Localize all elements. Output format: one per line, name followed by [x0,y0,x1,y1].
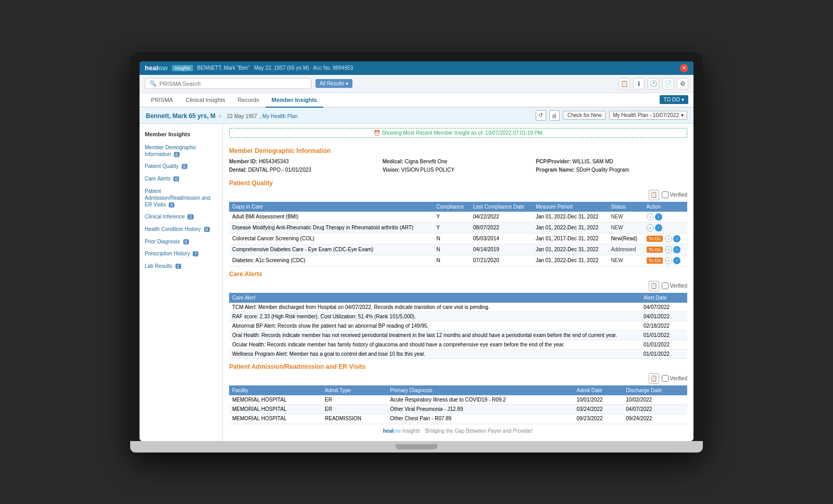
admissions-table: Facility Admit Type Primary Diagnosis Ad… [229,385,687,423]
toolbar-icons: 📋 ℹ 🕐 📄 ⚙ [619,78,688,89]
adm-verified: Verified [662,375,687,382]
action-info-btn[interactable]: i [655,224,662,231]
tab-prisma[interactable]: PRISMA [145,93,179,108]
demo-medical: Medical: Cigna Benefit One Vision: VISIO… [383,158,534,174]
action-minus-btn[interactable]: – [647,224,654,231]
care-alerts-table: Care Alert Alert Date TCM Alert: Member … [229,293,687,359]
laptop-notch [396,444,437,449]
action-info-btn[interactable]: i [673,246,680,253]
table-row: Wellness Program Alert: Member has a goa… [229,349,687,358]
col-primary-diagnosis: Primary Diagnosis [387,385,573,395]
sidebar: Member Insights Member Demographic Infor… [140,124,223,441]
sidebar-item-member-demographic[interactable]: Member Demographic Information 6 [140,141,222,161]
care-alerts-header-row: 📋 Verified [229,281,687,291]
patient-plan: My Health Plan [262,113,298,119]
health-plan-select[interactable]: My Health Plan - 10/07/2022 ▾ [609,111,687,120]
todo-badge[interactable]: To Do [647,257,663,264]
table-row: Ocular Health: Records indicate member h… [229,340,687,349]
care-alerts-title: Care Alerts [229,270,687,278]
patient-banner: Bennett, Mark 65 yrs, M ♂ 22 May 1957 , … [140,108,693,124]
banner-right: ↺ 🖨 Check for New My Health Plan - 10/07… [536,110,687,121]
sidebar-title: Member Insights [140,129,222,141]
table-row: RAF score: 2.33 (High Risk member). Cost… [229,312,687,321]
action-minus-btn[interactable]: – [647,213,654,221]
ca-verified-checkbox[interactable] [662,282,668,289]
sidebar-item-lab-results[interactable]: Lab Results 2 [140,260,222,273]
footer-insights: Insights [402,428,420,434]
pq-verified-checkbox[interactable] [662,191,668,198]
settings-icon[interactable]: ⚙ [677,78,688,89]
sidebar-item-admissions[interactable]: Patient Admission/Readmission and ER Vis… [140,185,222,211]
tabs-left: PRISMA Clinical Insights Records Member … [145,93,323,107]
table-row: Oral Health: Records indicate member has… [229,330,687,340]
healow-logo: healow [145,64,168,72]
admissions-title: Patient Admission/Readmission and ER Vis… [229,363,687,370]
search-icon: 🔍 [149,80,157,87]
action-info-btn[interactable]: i [673,235,680,242]
col-gaps-in-care: Gaps in Care [229,202,433,212]
header-left: healow insights BENNETT, Mark "Ben" May … [145,64,353,72]
todo-badge[interactable]: To Do [647,236,663,242]
table-row: MEMORIAL HOSPITAL ER Acute Respiratory I… [229,395,687,405]
all-results-button[interactable]: All Results ▾ [315,79,352,88]
tab-records[interactable]: Records [232,93,266,108]
sidebar-item-care-alerts[interactable]: Care Alerts 6 [140,173,222,185]
todo-button[interactable]: TO DO ▾ [660,95,688,104]
refresh-icon[interactable]: ↺ [536,110,546,121]
pq-verified: Verified [662,191,687,198]
action-info-btn[interactable]: i [655,213,662,221]
nav-tabs: PRISMA Clinical Insights Records Member … [140,93,693,108]
search-right: 📋 ℹ 🕐 📄 ⚙ [619,78,688,89]
ca-export-icon[interactable]: 📋 [649,281,659,291]
showing-banner: ⏰ Showing Most Recent Member Insight as … [229,128,687,138]
search-input-wrap: 🔍 [145,78,311,89]
app-footer: healow Insights 'Bridging the Gap Betwee… [229,424,687,437]
print-icon[interactable]: 🖨 [549,110,560,121]
table-row: TCM Alert: Member discharged from Hospit… [229,303,687,312]
sidebar-item-clinical-inference[interactable]: Clinical Inference 2 [140,211,222,223]
tab-clinical-insights[interactable]: Clinical Insights [179,93,231,108]
table-row: Disease Modifying Anti-Rheumatic Drug Th… [229,222,687,233]
app-header: healow insights BENNETT, Mark "Ben" May … [140,61,693,75]
close-button[interactable]: ✕ [680,64,688,72]
patient-quality-header-row: 📋 Verified [229,190,687,200]
patient-quality-table: Gaps in Care Compliance Last Compliance … [229,202,687,266]
patient-banner-info: Bennett, Mark 65 yrs, M ♂ 22 May 1957 , … [146,111,298,120]
col-facility: Facility [229,385,322,395]
sidebar-item-health-condition[interactable]: Health Condition History 8 [140,223,222,236]
footer-logo: healow [383,428,401,434]
document-icon[interactable]: 📄 [662,78,674,89]
col-discharge-date: Discharge Date [623,385,687,395]
patient-quality-title: Patient Quality [229,179,687,187]
clipboard-icon[interactable]: 📋 [619,78,630,89]
sidebar-item-patient-quality[interactable]: Patient Quality 5 [140,160,222,173]
search-input[interactable] [159,81,307,87]
main-content: Member Insights Member Demographic Infor… [140,124,693,441]
sidebar-item-prescription[interactable]: Prescription History 7 [140,248,222,260]
ca-verified: Verified [662,282,687,289]
col-status: Status [608,202,643,212]
info-icon[interactable]: ℹ [633,78,645,89]
action-minus-btn[interactable]: – [665,257,672,264]
action-minus-btn[interactable]: – [665,235,672,242]
action-info-btn[interactable]: i [673,257,680,264]
col-last-compliance-date: Last Compliance Date [470,202,533,212]
patient-info-header: BENNETT, Mark "Ben" May 22, 1957 (65 yo … [197,65,353,71]
pq-export-icon[interactable]: 📋 [649,190,659,200]
col-alert-date: Alert Date [640,293,687,303]
tab-member-insights[interactable]: Member Insights [266,93,323,108]
todo-badge[interactable]: To Do [647,247,663,253]
demo-pcp: PCP/Provider: WILLIS, SAM MD Program Nam… [536,158,687,174]
adm-export-icon[interactable]: 📋 [649,373,659,384]
history-icon[interactable]: 🕐 [648,78,659,89]
admissions-header-row: 📋 Verified [229,373,687,384]
adm-verified-checkbox[interactable] [662,375,668,382]
sidebar-item-prior-diagnosis[interactable]: Prior Diagnosis 9 [140,236,222,248]
check-for-new-button[interactable]: Check for New [563,111,607,120]
insights-badge: insights [172,65,193,71]
table-row: Colorectal Cancer Screening (COL) N 05/0… [229,233,687,244]
action-minus-btn[interactable]: – [665,246,672,253]
footer-tagline: 'Bridging the Gap Between Payer and Prov… [424,428,533,434]
member-demo-title: Member Demographic Information [229,147,687,154]
laptop-base [130,441,703,453]
